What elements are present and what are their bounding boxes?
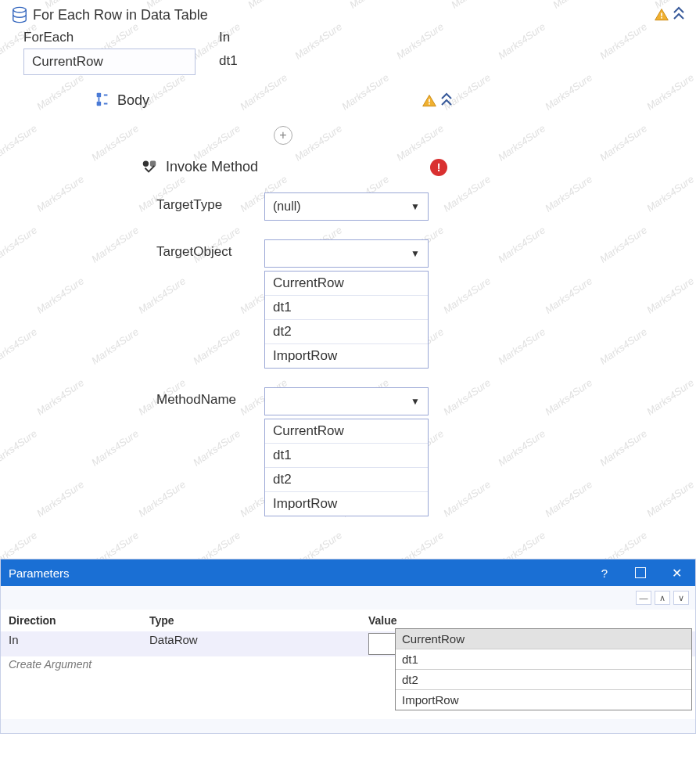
option-item[interactable]: ImportRow: [265, 492, 428, 516]
svg-rect-3: [97, 93, 102, 98]
svg-point-7: [143, 161, 149, 167]
option-item[interactable]: dt1: [396, 649, 691, 670]
col-type-header: Type: [149, 614, 368, 627]
target-type-label: TargetType: [156, 192, 250, 213]
target-type-value: (null): [273, 200, 301, 214]
maximize-button[interactable]: [630, 565, 651, 581]
option-item[interactable]: dt1: [265, 296, 428, 320]
option-item[interactable]: dt2: [265, 320, 428, 344]
chevron-down-icon: ▼: [411, 396, 420, 407]
chevron-down-icon: ▼: [411, 201, 420, 212]
toolbar-button-down[interactable]: ∨: [673, 591, 689, 605]
svg-rect-6: [429, 102, 430, 104]
option-item[interactable]: CurrentRow: [396, 629, 691, 649]
svg-point-0: [13, 7, 27, 12]
col-value-header: Value: [368, 614, 687, 627]
add-activity-button[interactable]: +: [274, 126, 292, 145]
svg-rect-8: [150, 161, 156, 167]
option-item[interactable]: CurrentRow: [265, 272, 428, 296]
option-item[interactable]: dt1: [265, 444, 428, 468]
target-type-dropdown[interactable]: (null) ▼: [264, 192, 429, 221]
method-name-options: CurrentRow dt1 dt2 ImportRow: [264, 419, 429, 516]
method-name-label: MethodName: [156, 387, 250, 408]
datatable-icon: [11, 6, 28, 23]
option-item[interactable]: dt2: [396, 670, 691, 690]
foreach-input[interactable]: CurrentRow: [23, 49, 196, 75]
body-title: Body: [117, 92, 149, 109]
invoke-title: Invoke Method: [166, 159, 258, 175]
option-item[interactable]: ImportRow: [396, 690, 691, 710]
parameters-titlebar: Parameters ? ✕: [1, 559, 695, 586]
col-direction-header: Direction: [9, 614, 149, 627]
parameters-title: Parameters: [9, 566, 70, 580]
collapse-icon[interactable]: [440, 92, 453, 110]
collapse-icon[interactable]: [673, 6, 685, 23]
sequence-icon: [94, 91, 111, 110]
in-label: In: [219, 30, 238, 45]
warning-icon: [422, 93, 437, 109]
param-value-options: CurrentRow dt1 dt2 ImportRow: [395, 628, 692, 710]
option-item[interactable]: dt2: [265, 468, 428, 492]
svg-rect-5: [429, 99, 430, 102]
chevron-down-icon: ▼: [411, 248, 420, 259]
warning-icon: [654, 7, 669, 23]
target-object-options: CurrentRow dt1 dt2 ImportRow: [264, 271, 429, 369]
param-direction[interactable]: In: [9, 633, 149, 646]
svg-rect-1: [661, 13, 662, 16]
toolbar-button[interactable]: —: [636, 591, 651, 605]
option-item[interactable]: ImportRow: [265, 344, 428, 368]
option-item[interactable]: CurrentRow: [265, 419, 428, 444]
method-name-dropdown[interactable]: ▼: [264, 387, 429, 415]
svg-rect-2: [661, 17, 662, 19]
target-object-label: TargetObject: [156, 239, 250, 260]
error-icon: !: [430, 159, 447, 176]
param-type[interactable]: DataRow: [149, 633, 368, 646]
in-value: dt1: [219, 49, 238, 69]
invoke-method-icon: [141, 157, 158, 177]
activity-title: For Each Row in Data Table: [33, 7, 208, 23]
toolbar-button-up[interactable]: ∧: [655, 591, 670, 605]
target-object-dropdown[interactable]: ▼: [264, 239, 429, 268]
foreach-label: ForEach: [23, 30, 196, 45]
svg-rect-4: [97, 102, 102, 106]
help-button[interactable]: ?: [594, 565, 615, 581]
close-button[interactable]: ✕: [666, 565, 687, 581]
